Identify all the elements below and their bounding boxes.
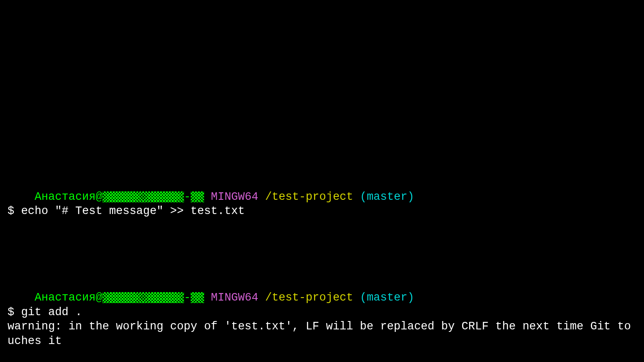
prompt-dash: - (184, 191, 191, 203)
prompt-branch: (master) (360, 191, 414, 203)
prompt-at: @ (96, 191, 102, 203)
prompt-shell: MINGW64 (211, 191, 258, 203)
prompt-shell: MINGW64 (211, 291, 258, 304)
prompt-user: Анастасия (35, 291, 96, 304)
prompt-path: /test-project (265, 191, 353, 203)
command-block-1: Анастасия@- MINGW64 /test-project (maste… (8, 175, 636, 219)
redacted-suffix (191, 191, 204, 202)
prompt-branch: (master) (360, 291, 414, 304)
redacted-suffix (191, 292, 204, 303)
prompt-line: Анастасия@- MINGW64 /test-project (maste… (35, 291, 414, 304)
redacted-hostname (102, 292, 184, 303)
prompt-dash: - (184, 291, 191, 304)
output-line: warning: in the working copy of 'test.tx… (8, 320, 631, 347)
prompt-line: Анастасия@- MINGW64 /test-project (maste… (35, 191, 414, 203)
terminal-output[interactable]: Анастасия@- MINGW64 /test-project (maste… (8, 146, 636, 362)
terminal-top-padding (8, 65, 636, 117)
command-text: echo "# Test message" >> test.txt (21, 205, 245, 217)
prompt-user: Анастасия (35, 191, 96, 203)
prompt-at: @ (96, 291, 102, 304)
command-text: git add . (21, 306, 82, 319)
prompt-symbol: $ (8, 205, 14, 217)
redacted-hostname (102, 191, 184, 202)
command-block-2: Анастасия@- MINGW64 /test-project (maste… (8, 276, 636, 349)
prompt-path: /test-project (265, 291, 353, 304)
prompt-symbol: $ (8, 306, 14, 319)
